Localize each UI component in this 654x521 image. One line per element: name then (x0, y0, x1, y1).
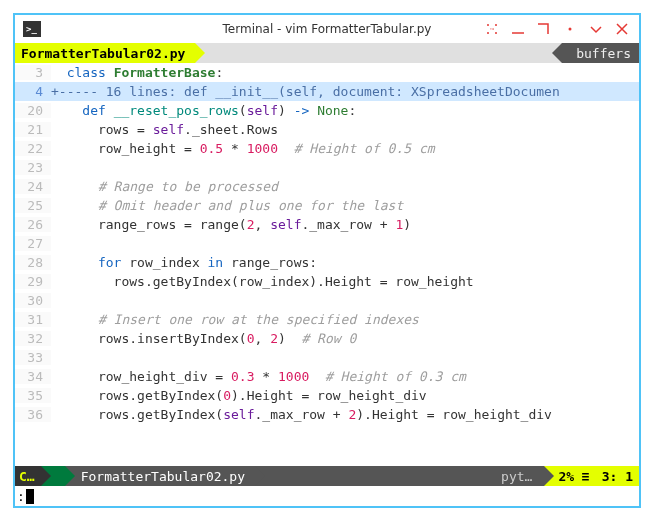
line-number: 31 (15, 312, 51, 327)
terminal-window: Terminal - vim FormatterTabular.py (13, 13, 641, 508)
status-percent: 2% ≡ (544, 466, 595, 486)
command-line[interactable]: : (15, 486, 639, 506)
code-line: 20 def __reset_pos_rows(self) -> None: (15, 101, 639, 120)
titlebar: Terminal - vim FormatterTabular.py (15, 15, 639, 43)
dot-icon[interactable] (561, 20, 579, 38)
line-number: 27 (15, 236, 51, 251)
code-text: row_height = 0.5 * 1000 # Height of 0.5 … (51, 141, 639, 156)
line-number: 23 (15, 160, 51, 175)
line-number: 36 (15, 407, 51, 422)
line-number: 24 (15, 179, 51, 194)
code-line (15, 424, 639, 443)
buffers-label: buffers (576, 46, 631, 61)
code-text: range_rows = range(2, self._max_row + 1) (51, 217, 639, 232)
code-text: class FormatterBase: (51, 65, 639, 80)
terminal-icon (23, 21, 41, 37)
code-line: 33 (15, 348, 639, 367)
fold-text: +----- 16 lines: def __init__(self, docu… (51, 84, 639, 99)
code-line: 31 # Insert one row at the specified ind… (15, 310, 639, 329)
buffers-tab[interactable]: buffers (562, 43, 639, 63)
code-text: # Omit header and plus one for the last (51, 198, 639, 213)
cursor (26, 489, 34, 504)
svg-point-4 (495, 32, 496, 33)
position-text: 3: 1 (602, 469, 633, 484)
statusline: C… FormatterTabular02.py pyt… 2% ≡ 3: 1 (15, 466, 639, 486)
code-text: row_height_div = 0.3 * 1000 # Height of … (51, 369, 639, 384)
code-line: 3 class FormatterBase: (15, 63, 639, 82)
tabbar: FormatterTabular02.py buffers (15, 43, 639, 63)
status-mode: C… (15, 466, 41, 486)
code-text: rows = self._sheet.Rows (51, 122, 639, 137)
line-number: 34 (15, 369, 51, 384)
line-number: 32 (15, 331, 51, 346)
svg-point-3 (487, 32, 488, 33)
line-number: 21 (15, 122, 51, 137)
status-filename: FormatterTabular02.py (65, 466, 255, 486)
code-area[interactable]: 3 class FormatterBase: 4+----- 16 lines:… (15, 63, 639, 466)
line-number: 35 (15, 388, 51, 403)
code-text: rows.getByIndex(self._max_row + 2).Heigh… (51, 407, 639, 422)
code-line: 28 for row_index in range_rows: (15, 253, 639, 272)
code-line: 32 rows.insertByIndex(0, 2) # Row 0 (15, 329, 639, 348)
code-line: 29 rows.getByIndex(row_index).Height = r… (15, 272, 639, 291)
code-line: 34 row_height_div = 0.3 * 1000 # Height … (15, 367, 639, 386)
code-text: rows.getByIndex(0).Height = row_height_d… (51, 388, 639, 403)
status-position: 3: 1 (596, 466, 639, 486)
code-line: 30 (15, 291, 639, 310)
code-text: # Insert one row at the specified indexe… (51, 312, 639, 327)
code-text: rows.getByIndex(row_index).Height = row_… (51, 274, 639, 289)
line-number: 3 (15, 65, 51, 80)
code-line: 25 # Omit header and plus one for the la… (15, 196, 639, 215)
fold-line[interactable]: 4+----- 16 lines: def __init__(self, doc… (15, 82, 639, 101)
svg-point-2 (495, 24, 496, 25)
line-number: 22 (15, 141, 51, 156)
code-text: rows.insertByIndex(0, 2) # Row 0 (51, 331, 639, 346)
code-text: def __reset_pos_rows(self) -> None: (51, 103, 639, 118)
code-line: 22 row_height = 0.5 * 1000 # Height of 0… (15, 139, 639, 158)
tab-label: FormatterTabular02.py (21, 46, 185, 61)
cmd-prompt: : (17, 489, 25, 504)
svg-point-1 (487, 24, 488, 25)
code-line: 36 rows.getByIndex(self._max_row + 2).He… (15, 405, 639, 424)
svg-point-0 (491, 28, 493, 30)
code-line: 27 (15, 234, 639, 253)
percent-text: 2% ≡ (558, 469, 589, 484)
minimize-icon[interactable] (509, 20, 527, 38)
code-text: for row_index in range_rows: (51, 255, 639, 270)
editor: FormatterTabular02.py buffers 3 class Fo… (15, 43, 639, 506)
file-text: FormatterTabular02.py (81, 469, 245, 484)
code-line: 23 (15, 158, 639, 177)
shade-icon[interactable] (587, 20, 605, 38)
maximize-icon[interactable] (535, 20, 553, 38)
svg-point-6 (569, 28, 572, 31)
line-number: 30 (15, 293, 51, 308)
line-number: 29 (15, 274, 51, 289)
window-title: Terminal - vim FormatterTabular.py (223, 22, 432, 36)
line-number: 25 (15, 198, 51, 213)
tab-spacer (195, 43, 562, 63)
line-number: 4 (15, 84, 51, 99)
code-line: 35 rows.getByIndex(0).Height = row_heigh… (15, 386, 639, 405)
code-text: # Range to be processed (51, 179, 639, 194)
line-number: 33 (15, 350, 51, 365)
mode-text: C… (19, 469, 35, 484)
keep-above-icon[interactable] (483, 20, 501, 38)
status-spacer (255, 466, 495, 486)
status-filetype: pyt… (495, 466, 544, 486)
line-number: 26 (15, 217, 51, 232)
window-controls (483, 20, 631, 38)
code-line: 24 # Range to be processed (15, 177, 639, 196)
filetype-text: pyt… (501, 469, 532, 484)
code-line: 21 rows = self._sheet.Rows (15, 120, 639, 139)
line-number: 28 (15, 255, 51, 270)
tab-active[interactable]: FormatterTabular02.py (15, 43, 195, 63)
code-line: 26 range_rows = range(2, self._max_row +… (15, 215, 639, 234)
close-icon[interactable] (613, 20, 631, 38)
line-number: 20 (15, 103, 51, 118)
